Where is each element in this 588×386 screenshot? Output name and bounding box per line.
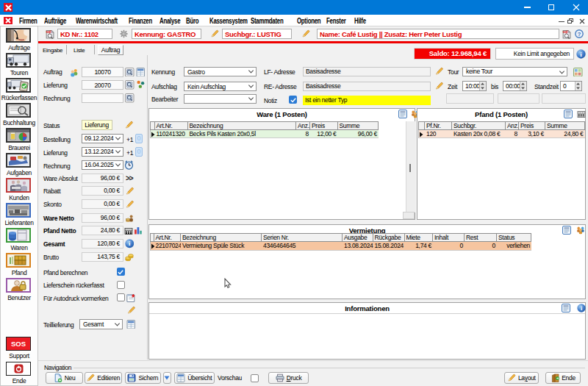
svg-text:?: ?	[578, 31, 581, 37]
